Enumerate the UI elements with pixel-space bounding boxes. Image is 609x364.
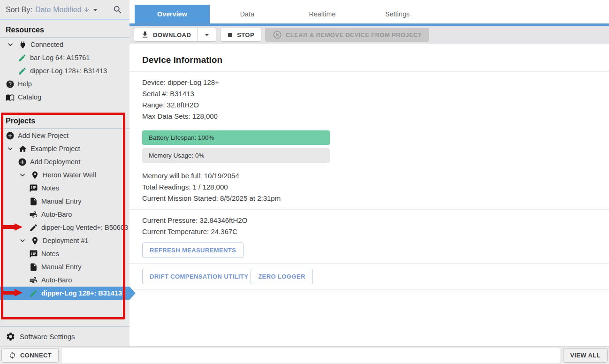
- sidebar-item-dipperlog-128-connected[interactable]: dipper-Log 128+: B31413: [0, 64, 129, 77]
- sidebar-item-software-settings[interactable]: Software Settings: [0, 326, 129, 346]
- plus-circle-icon: [6, 131, 15, 140]
- sidebar-item-label: Auto-Baro: [41, 276, 72, 284]
- sidebar-item-manual-entry-2[interactable]: Manual Entry: [0, 260, 129, 273]
- plug-icon: [18, 40, 27, 49]
- total-readings-line: Total Readings: 1 / 128,000: [142, 182, 609, 193]
- location-pin-icon: [30, 236, 39, 245]
- connect-button[interactable]: CONNECT: [1, 348, 59, 363]
- resources-header: Resources: [0, 20, 129, 38]
- chevron-down-icon[interactable]: [6, 144, 15, 153]
- pencil-icon: [18, 53, 27, 62]
- sidebar-item-heron-water-well[interactable]: Heron Water Well: [0, 168, 129, 182]
- pencil-icon: [18, 67, 27, 76]
- view-all-button[interactable]: VIEW ALL: [563, 348, 608, 363]
- refresh-row: REFRESH MEASUREMENTS: [129, 243, 609, 258]
- sidebar-item-label: Auto-Baro: [41, 211, 72, 218]
- sidebar-item-dipperlog-128-selected[interactable]: dipper-Log 128+: B31413: [0, 287, 129, 300]
- divider: [129, 289, 609, 290]
- measurements-block: Current Pressure: 32.84346ftH2O Current …: [142, 215, 609, 237]
- download-icon: [141, 30, 149, 39]
- sidebar-item-label: Deployment #1: [43, 237, 89, 244]
- zero-logger-button[interactable]: ZERO LOGGER: [251, 269, 312, 284]
- clear-remove-device-button[interactable]: CLEAR & REMOVE DEVICE FROM PROJECT: [265, 28, 429, 42]
- download-options-button[interactable]: [198, 28, 216, 41]
- stop-button[interactable]: STOP: [220, 28, 261, 42]
- utilities-row: DRIFT COMPENSATION UTILITY ZERO LOGGER: [129, 269, 609, 284]
- drift-compensation-button[interactable]: DRIFT COMPENSATION UTILITY: [142, 269, 256, 284]
- memory-info-block: Memory will be full: 10/19/2054 Total Re…: [142, 170, 609, 204]
- max-data-sets-line: Max Data Sets: 128,000: [142, 111, 609, 122]
- divider: [129, 263, 609, 264]
- range-line: Range: 32.8ftH2O: [142, 99, 609, 111]
- chevron-down-icon[interactable]: [18, 236, 27, 245]
- tab-overview[interactable]: Overview: [135, 5, 210, 23]
- search-icon[interactable]: [113, 5, 123, 15]
- sidebar-item-notes[interactable]: Notes: [0, 182, 129, 195]
- sort-direction-down-icon[interactable]: [83, 6, 90, 13]
- sidebar-item-auto-baro[interactable]: Auto-Baro: [0, 208, 129, 221]
- sidebar-item-label: Add Deployment: [30, 158, 80, 166]
- tab-realtime[interactable]: Realtime: [285, 5, 360, 23]
- download-split-button: DOWNLOAD: [134, 28, 216, 42]
- sidebar-item-catalog[interactable]: Catalog: [0, 91, 129, 104]
- sidebar-item-label: Help: [18, 80, 32, 88]
- sidebar-item-example-project[interactable]: Example Project: [0, 142, 129, 155]
- serial-line: Serial #: B31413: [142, 88, 609, 99]
- sort-by-label: Sort By:: [6, 6, 32, 14]
- tab-bar: Overview Data Realtime Settings: [129, 5, 609, 26]
- sort-bar: Sort By: Date Modified: [0, 0, 129, 20]
- bottom-bar: CONNECT VIEW ALL: [0, 346, 609, 364]
- sidebar-item-connected[interactable]: Connected: [0, 38, 129, 51]
- sidebar-item-label: Manual Entry: [41, 197, 81, 205]
- gear-icon: [6, 332, 15, 341]
- plus-circle-icon: [18, 158, 27, 167]
- sort-caret-down-icon[interactable]: [90, 5, 100, 15]
- sidebar-item-notes-2[interactable]: Notes: [0, 247, 129, 260]
- sidebar-item-add-deployment[interactable]: Add Deployment: [0, 155, 129, 168]
- tab-data[interactable]: Data: [210, 5, 285, 23]
- sidebar-item-help[interactable]: Help: [0, 77, 129, 91]
- current-temperature-line: Current Temperature: 24.367C: [142, 226, 609, 237]
- status-strip: [62, 348, 560, 363]
- main-panel: Overview Data Realtime Settings DOWNLOAD…: [129, 0, 609, 346]
- memory-full-line: Memory will be full: 10/19/2054: [142, 170, 609, 182]
- device-info-block: Device: dipper-Log 128+ Serial #: B31413…: [142, 77, 609, 122]
- tab-settings[interactable]: Settings: [360, 5, 435, 23]
- sidebar-item-label: dipper-Log Vented+: B50603: [41, 224, 128, 231]
- sidebar-item-label: Connected: [30, 41, 63, 48]
- chevron-down-icon[interactable]: [6, 40, 15, 49]
- chevron-down-icon[interactable]: [18, 170, 27, 180]
- download-label: DOWNLOAD: [153, 31, 191, 38]
- sidebar-item-label: Software Settings: [20, 333, 75, 341]
- sidebar-item-label: Notes: [41, 250, 59, 258]
- memory-usage-bar: Memory Usage: 0%: [142, 148, 330, 163]
- refresh-measurements-button[interactable]: REFRESH MEASUREMENTS: [142, 243, 244, 258]
- sidebar-item-dipperlog-vented[interactable]: dipper-Log Vented+: B50603: [0, 221, 129, 234]
- document-icon: [29, 197, 38, 206]
- caret-down-icon: [202, 30, 212, 40]
- wind-icon: [29, 210, 38, 219]
- notes-icon: [29, 184, 38, 193]
- device-line: Device: dipper-Log 128+: [142, 77, 609, 88]
- sidebar-item-deployment-1[interactable]: Deployment #1: [0, 234, 129, 247]
- notes-icon: [29, 250, 38, 258]
- sidebar-item-label: Add New Project: [18, 132, 69, 139]
- home-icon: [18, 144, 27, 153]
- mission-started-line: Current Mission Started: 8/5/2025 at 2:3…: [142, 193, 609, 204]
- sort-value-dropdown[interactable]: Date Modified: [35, 5, 100, 15]
- stop-square-icon: [227, 32, 233, 38]
- sidebar-item-add-new-project[interactable]: Add New Project: [0, 129, 129, 142]
- sidebar-item-label: Manual Entry: [41, 263, 81, 271]
- device-toolbar: DOWNLOAD STOP CLEAR & REMOVE DEVICE FROM…: [129, 26, 609, 44]
- sidebar-item-auto-baro-2[interactable]: Auto-Baro: [0, 273, 129, 287]
- sidebar-item-manual-entry[interactable]: Manual Entry: [0, 195, 129, 208]
- sidebar-item-label: dipper-Log 128+: B31413: [41, 289, 122, 297]
- connect-label: CONNECT: [20, 352, 52, 359]
- download-button[interactable]: DOWNLOAD: [134, 28, 198, 41]
- document-icon: [29, 263, 38, 272]
- location-pin-icon: [30, 171, 39, 180]
- current-pressure-line: Current Pressure: 32.84346ftH2O: [142, 215, 609, 226]
- sidebar-item-label: dipper-Log 128+: B31413: [30, 67, 107, 75]
- sidebar-item-label: Example Project: [30, 145, 80, 152]
- sidebar-item-barlog-64[interactable]: bar-Log 64: A15761: [0, 51, 129, 64]
